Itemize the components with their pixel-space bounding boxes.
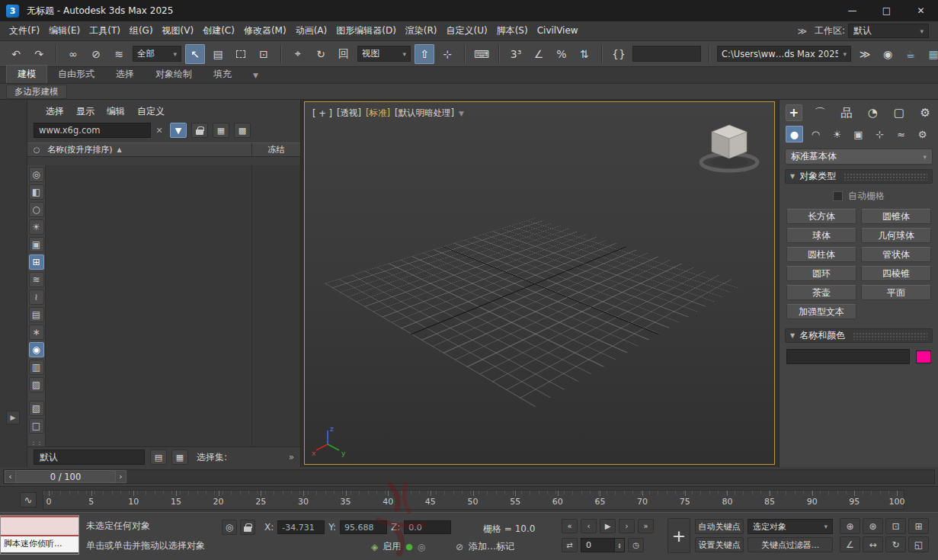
viewport-general-menu[interactable]: [ + ]	[312, 108, 332, 119]
expand-dock-icon[interactable]: ▶	[6, 411, 20, 424]
next-frame-button[interactable]: ›	[619, 519, 635, 533]
bones-filter-icon[interactable]: ≀	[29, 290, 44, 305]
snaps-toggle-3d-icon[interactable]: 3³	[506, 44, 526, 64]
object-type-button[interactable]: 球体	[786, 228, 856, 243]
frozen-filter-icon[interactable]: ▨	[29, 377, 44, 392]
shapes-filter-icon[interactable]: ○	[29, 202, 44, 217]
menu-item[interactable]: 工具(T)	[85, 21, 125, 40]
spacewarps-filter-icon[interactable]: ≋	[29, 272, 44, 287]
explorer-menu[interactable]: 显示	[70, 105, 101, 118]
object-type-button[interactable]: 长方体	[786, 209, 856, 224]
ribbon-options-icon[interactable]: ▼	[248, 72, 263, 79]
menu-item[interactable]: 脚本(S)	[492, 21, 533, 40]
orbit-icon[interactable]: ↻	[885, 536, 906, 552]
geometry-category[interactable]: ●	[786, 126, 803, 142]
xrefs-filter-icon[interactable]: ∗	[29, 325, 44, 340]
layers-filter-icon[interactable]: ▧	[29, 401, 44, 416]
named-selection-sets-combo[interactable]	[632, 46, 701, 62]
geometry-filter-icon[interactable]: ◧	[29, 184, 44, 200]
shapes-category[interactable]: ◠	[807, 126, 824, 142]
time-tag-area[interactable]: ⊘ 添加…标记	[456, 540, 514, 553]
filter-icon[interactable]: ▼	[170, 123, 187, 138]
utilities-tab[interactable]: ⚙	[917, 104, 934, 121]
play-button[interactable]: ▶	[600, 519, 616, 533]
lock-explorer-icon[interactable]	[191, 123, 208, 138]
object-type-button[interactable]: 几何球体	[861, 228, 931, 243]
modify-tab[interactable]: ⌒	[812, 104, 829, 121]
pick-container-icon[interactable]: ▦	[213, 123, 229, 138]
menu-item[interactable]: 自定义(U)	[442, 21, 492, 40]
project-folder-combo[interactable]: C:\Users\ww…ds Max 2025▾	[717, 46, 851, 62]
select-and-manipulate-icon[interactable]: ⊹	[437, 44, 457, 64]
cameras-filter-icon[interactable]: ▣	[29, 237, 44, 252]
spin-down-icon[interactable]: ▾	[618, 546, 620, 549]
helpers-filter-icon[interactable]: ⊞	[29, 254, 44, 270]
key-filter-combo[interactable]: 选定对象 ▾	[748, 519, 833, 534]
display-column-icon[interactable]: ○	[27, 146, 46, 154]
display-tab[interactable]: ▢	[891, 104, 908, 121]
menu-item[interactable]: 创建(C)	[198, 21, 239, 40]
ribbon-tab[interactable]: 自由形式	[47, 66, 105, 83]
set-key-button[interactable]: 设置关键点	[695, 537, 744, 552]
material-editor-icon[interactable]: ◉	[878, 44, 898, 64]
menu-item[interactable]: 文件(F)	[5, 21, 44, 40]
spinner-snap-icon[interactable]: ⇅	[575, 44, 594, 64]
menu-item[interactable]: 组(G)	[125, 21, 158, 40]
rectangular-selection-region-icon[interactable]	[231, 44, 251, 64]
mini-curve-editor-icon[interactable]: ∿	[20, 492, 37, 507]
select-and-move-icon[interactable]: ⌖	[288, 44, 308, 64]
zoom-extents-all-icon[interactable]: ⊞	[908, 518, 929, 534]
object-type-button[interactable]: 圆环	[786, 266, 856, 281]
subcategory-combo[interactable]: 标准基本体 ▾	[785, 149, 933, 165]
go-to-start-button[interactable]: «	[562, 519, 578, 533]
window-crossing-icon[interactable]: ⊡	[254, 44, 274, 64]
y-coordinate-field[interactable]: 95.688	[340, 520, 387, 534]
helpers-category[interactable]: ⊹	[871, 126, 888, 142]
object-type-button[interactable]: 茶壶	[786, 285, 856, 300]
add-time-tag-label[interactable]: 添加…标记	[469, 540, 514, 553]
menu-overflow-icon[interactable]: ≫	[791, 26, 813, 37]
object-type-button[interactable]: 圆柱体	[786, 247, 856, 262]
previous-frame-arrow-icon[interactable]: ‹	[5, 470, 16, 483]
current-frame-field[interactable]: 0 ▴ ▾	[581, 538, 625, 552]
perspective-viewport[interactable]: [ + ] [透视] [标准] [默认明暗处理] ▼	[304, 101, 775, 465]
cameras-category[interactable]: ▣	[850, 126, 867, 142]
minimize-button[interactable]: —	[835, 0, 869, 21]
ribbon-tab[interactable]: 对象绘制	[145, 66, 203, 83]
viewport-label-arrow-icon[interactable]: ▼	[459, 110, 464, 117]
object-name-field[interactable]	[786, 349, 910, 364]
go-to-end-button[interactable]: »	[638, 519, 654, 533]
menu-item[interactable]: 修改器(M)	[239, 21, 291, 40]
time-slider-handle[interactable]: ‹ 0 / 100 ›	[5, 470, 126, 483]
viewport-shading-menu[interactable]: [默认明暗处理]	[395, 107, 454, 119]
animation-status-icon[interactable]: ◈	[371, 542, 378, 552]
time-slider-value[interactable]: 0 / 100	[16, 470, 115, 483]
motion-tab[interactable]: ◔	[865, 104, 882, 121]
lights-category[interactable]: ☀	[828, 126, 846, 142]
containers-filter-icon[interactable]: ▤	[29, 307, 44, 322]
maximize-button[interactable]: □	[869, 0, 904, 21]
time-slider-track[interactable]	[3, 469, 935, 484]
explorer-menu[interactable]: 选择	[40, 105, 70, 118]
render-frame-window-icon[interactable]: ▦	[924, 44, 938, 64]
select-and-scale-icon[interactable]: 回	[334, 44, 354, 64]
angle-snap-icon[interactable]: ∠	[529, 44, 549, 64]
auto-key-button[interactable]: 自动关键点	[695, 519, 744, 534]
object-type-button[interactable]: 圆锥体	[861, 209, 931, 224]
bind-to-space-warp-icon[interactable]: ≋	[109, 44, 129, 64]
menu-item[interactable]: 编辑(E)	[44, 21, 85, 40]
viewport-renderer-menu[interactable]: [标准]	[366, 107, 390, 119]
display-toggle-icon[interactable]: ◎	[29, 167, 44, 182]
view-cube[interactable]	[696, 119, 762, 179]
visibility-filter-icon[interactable]: ◉	[29, 342, 44, 357]
selection-filter-combo[interactable]: 全部▾	[133, 46, 181, 62]
zoom-icon[interactable]: ⊕	[840, 518, 860, 534]
previous-frame-button[interactable]: ‹	[581, 519, 597, 533]
undo-icon[interactable]: ↶	[6, 44, 26, 64]
object-type-button[interactable]: 管状体	[861, 247, 931, 262]
redo-icon[interactable]: ↷	[29, 44, 49, 64]
create-tab[interactable]: +	[786, 104, 802, 121]
key-filters-button[interactable]: 关键点过滤器...	[748, 537, 833, 552]
explorer-menu[interactable]: 自定义	[131, 105, 171, 118]
clear-search-icon[interactable]: ✕	[153, 126, 165, 136]
